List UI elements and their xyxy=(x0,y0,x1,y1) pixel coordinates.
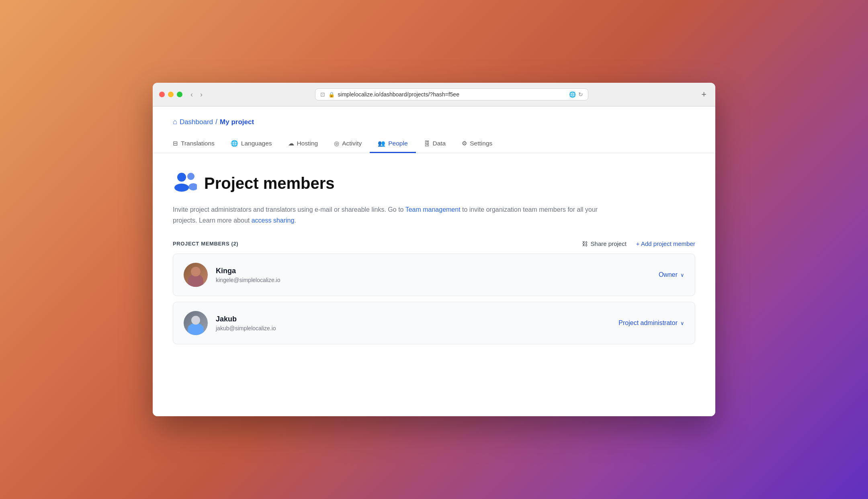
new-tab-button[interactable]: + xyxy=(699,88,709,100)
tab-languages[interactable]: 🌐 Languages xyxy=(223,135,280,153)
breadcrumb-current-project: My project xyxy=(220,118,254,126)
data-icon: 🗄 xyxy=(424,140,430,147)
breadcrumb-dashboard-link[interactable]: Dashboard xyxy=(180,118,213,126)
member-email-jakub: jakub@simplelocalize.io xyxy=(216,325,276,331)
breadcrumb-separator: / xyxy=(215,118,217,126)
chevron-down-icon-kinga: ∨ xyxy=(680,272,684,278)
chevron-down-icon-jakub: ∨ xyxy=(680,320,684,326)
team-management-link[interactable]: Team management xyxy=(405,206,461,213)
home-icon: ⌂ xyxy=(173,118,177,126)
nav-tabs: ⊟ Translations 🌐 Languages ☁ Hosting ◎ A… xyxy=(173,135,695,153)
address-bar[interactable]: ⊡ 🔒 simplelocalize.io/dashboard/projects… xyxy=(315,88,588,100)
share-project-button[interactable]: ⛓ Share project xyxy=(582,240,626,247)
member-card-kinga: Kinga kingele@simplelocalize.io Owner ∨ xyxy=(173,254,695,296)
description-end: . xyxy=(294,217,296,224)
activity-icon: ◎ xyxy=(334,140,339,147)
member-email-kinga: kingele@simplelocalize.io xyxy=(216,277,280,283)
svg-point-2 xyxy=(187,173,194,180)
svg-point-0 xyxy=(177,173,186,182)
member-info-kinga: Kinga kingele@simplelocalize.io xyxy=(184,263,280,287)
tab-activity-label: Activity xyxy=(342,140,362,147)
close-button[interactable] xyxy=(159,92,165,97)
page-header: ⌂ Dashboard / My project ⊟ Translations … xyxy=(153,106,715,153)
breadcrumb: ⌂ Dashboard / My project xyxy=(173,118,695,126)
role-label-kinga: Owner xyxy=(659,271,678,278)
member-card-jakub: Jakub jakub@simplelocalize.io Project ad… xyxy=(173,302,695,344)
tab-translations[interactable]: ⊟ Translations xyxy=(173,135,223,153)
browser-nav-buttons: ‹ › xyxy=(189,90,204,100)
hosting-icon: ☁ xyxy=(288,140,294,147)
reader-mode-icon: ⊡ xyxy=(320,91,325,98)
page-content: ⌂ Dashboard / My project ⊟ Translations … xyxy=(153,106,715,416)
access-sharing-link[interactable]: access sharing xyxy=(252,217,295,224)
add-member-label: + Add project member xyxy=(636,240,695,247)
description-text-1: Invite project administrators and transl… xyxy=(173,206,403,213)
members-actions: ⛓ Share project + Add project member xyxy=(582,240,695,247)
browser-chrome: ‹ › ⊡ 🔒 simplelocalize.io/dashboard/proj… xyxy=(153,83,715,106)
add-project-member-button[interactable]: + Add project member xyxy=(636,240,695,247)
link-icon: ⛓ xyxy=(582,240,588,247)
svg-point-3 xyxy=(188,183,197,190)
tab-settings-label: Settings xyxy=(470,140,492,147)
tab-settings[interactable]: ⚙ Settings xyxy=(454,135,500,153)
tab-data[interactable]: 🗄 Data xyxy=(416,135,454,153)
member-role-jakub[interactable]: Project administrator ∨ xyxy=(618,319,684,327)
member-info-jakub: Jakub jakub@simplelocalize.io xyxy=(184,311,276,335)
role-label-jakub: Project administrator xyxy=(618,319,678,327)
address-bar-actions: 🌐 ↻ xyxy=(569,91,583,98)
avatar-kinga xyxy=(184,263,208,287)
settings-icon: ⚙ xyxy=(462,140,467,147)
tab-hosting[interactable]: ☁ Hosting xyxy=(280,135,326,153)
translate-icon: 🌐 xyxy=(569,91,576,98)
browser-window: ‹ › ⊡ 🔒 simplelocalize.io/dashboard/proj… xyxy=(153,83,715,416)
back-button[interactable]: ‹ xyxy=(189,90,194,100)
member-details-jakub: Jakub jakub@simplelocalize.io xyxy=(216,315,276,331)
page-title-row: Project members xyxy=(173,171,695,196)
maximize-button[interactable] xyxy=(177,92,182,97)
tab-people[interactable]: 👥 People xyxy=(370,135,416,153)
forward-button[interactable]: › xyxy=(199,90,204,100)
minimize-button[interactable] xyxy=(168,92,174,97)
main-section: Project members Invite project administr… xyxy=(153,153,715,368)
page-description: Invite project administrators and transl… xyxy=(173,204,615,226)
tab-hosting-label: Hosting xyxy=(297,140,318,147)
member-details-kinga: Kinga kingele@simplelocalize.io xyxy=(216,267,280,283)
share-project-label: Share project xyxy=(591,240,626,247)
page-title: Project members xyxy=(204,174,335,192)
traffic-lights xyxy=(159,92,182,97)
tab-people-label: People xyxy=(388,140,407,147)
members-count-label: PROJECT MEMBERS (2) xyxy=(173,241,238,247)
avatar-jakub xyxy=(184,311,208,335)
members-header: PROJECT MEMBERS (2) ⛓ Share project + Ad… xyxy=(173,240,695,247)
project-members-icon xyxy=(173,171,197,196)
tab-translations-label: Translations xyxy=(181,140,215,147)
languages-icon: 🌐 xyxy=(231,140,238,147)
refresh-icon[interactable]: ↻ xyxy=(578,91,583,98)
member-name-jakub: Jakub xyxy=(216,315,276,323)
translations-icon: ⊟ xyxy=(173,140,178,147)
svg-point-1 xyxy=(174,184,189,192)
member-role-kinga[interactable]: Owner ∨ xyxy=(659,271,684,278)
url-text: simplelocalize.io/dashboard/projects/?ha… xyxy=(338,91,566,98)
lock-icon: 🔒 xyxy=(328,92,335,98)
member-name-kinga: Kinga xyxy=(216,267,280,275)
tab-languages-label: Languages xyxy=(241,140,272,147)
people-icon: 👥 xyxy=(378,140,385,147)
tab-data-label: Data xyxy=(433,140,446,147)
tab-activity[interactable]: ◎ Activity xyxy=(326,135,370,153)
